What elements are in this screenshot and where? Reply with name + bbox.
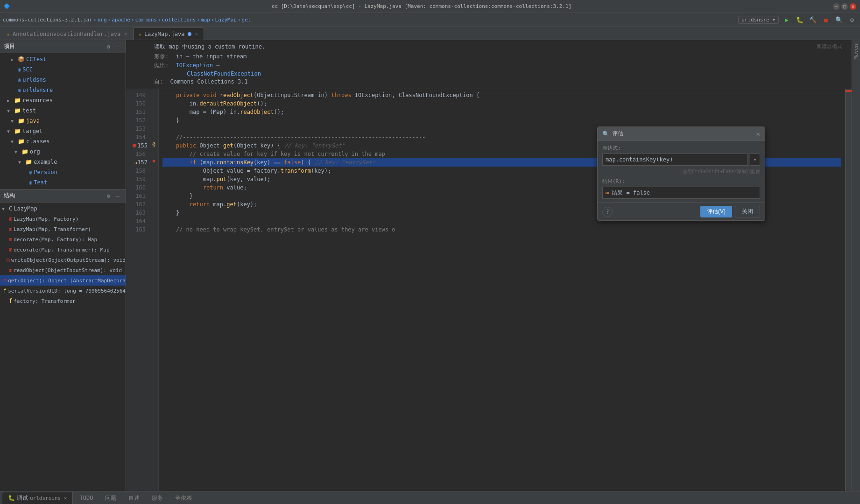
- problems-tab[interactable]: 问题: [99, 492, 122, 504]
- struct-lazymap[interactable]: ▼ C LazyMap: [0, 203, 126, 214]
- node-label: Persion: [34, 169, 57, 175]
- breadcrumb: commons-collections-3.2.1.jar › org › ap…: [3, 17, 251, 23]
- reader-mode-button[interactable]: 阅读器模式: [817, 43, 842, 50]
- line-153: 153: [126, 125, 149, 133]
- debug-tab[interactable]: 🐛 调试 urldsreins ✕: [2, 492, 73, 504]
- eval-expression-input[interactable]: [602, 154, 748, 166]
- structure-settings-button[interactable]: ⚙: [104, 192, 113, 200]
- project-tree[interactable]: ▶ 📦 CCTest ◉ SCC ◉ urldsns: [0, 53, 126, 189]
- arrow-icon: ▼: [2, 206, 7, 211]
- maven-panel[interactable]: Maven: [852, 40, 860, 491]
- tab-annotation[interactable]: ☕ AnnotationInvocationHandler.java ✕: [2, 28, 134, 40]
- tree-item-testclass[interactable]: ◉ Test: [0, 177, 126, 188]
- node-label: readObject(ObjectInputStream): void: [14, 267, 122, 273]
- eval-dropdown-button[interactable]: ▾: [750, 154, 760, 166]
- tab-annotation-label: AnnotationInvocationHandler.java: [13, 31, 120, 37]
- breadcrumb-lazymap[interactable]: LazyMap: [215, 17, 237, 23]
- node-label: target: [22, 128, 42, 134]
- node-label: writeObject(ObjectOutputStream): void: [11, 257, 126, 263]
- line-155: 155: [126, 141, 149, 150]
- tree-item-target[interactable]: ▼ 📁 target: [0, 126, 126, 136]
- node-label: urldsnsre: [22, 87, 53, 93]
- tree-item-classes[interactable]: ▼ 📁 classes: [0, 136, 126, 147]
- tree-item-urldsnsre[interactable]: ◉ urldsnsre: [0, 85, 126, 95]
- line-159: 159: [126, 175, 149, 183]
- struct-field-1[interactable]: f serialVersionUID: long = 7990956402564…: [0, 286, 126, 296]
- node-label: factory: Transformer: [14, 298, 75, 304]
- build-button[interactable]: 🔨: [808, 15, 818, 25]
- line-162: 162: [126, 200, 149, 209]
- tree-item-resources[interactable]: ▶ 📁 resources: [0, 95, 126, 105]
- run-dropdown[interactable]: urldsnsre ▾: [738, 16, 779, 24]
- eval-dialog-close-button[interactable]: ✕: [756, 130, 760, 138]
- throws-classnotfound[interactable]: ClassNotFoundException: [187, 70, 261, 77]
- readme-tab[interactable]: 自述: [123, 492, 145, 504]
- struct-method-2[interactable]: m LazyMap(Map, Transformer): [0, 224, 126, 234]
- tab-annotation-close[interactable]: ✕: [123, 30, 128, 37]
- tree-item-example[interactable]: ▼ 📁 example: [0, 157, 126, 167]
- breadcrumb-get[interactable]: get: [242, 17, 251, 23]
- struct-method-7[interactable]: m get(Object): Object [AbstractMapDecora…: [0, 275, 126, 286]
- result-text: 结果 = false: [612, 189, 650, 197]
- line-numbers: 149 150 151 152 153 154 155 156 →157 158…: [126, 89, 149, 491]
- eval-cancel-button[interactable]: 关闭: [735, 206, 760, 217]
- tree-item-test[interactable]: ▼ 📁 test: [0, 105, 126, 116]
- struct-method-3[interactable]: m decorate(Map, Factory): Map: [0, 234, 126, 245]
- run-button[interactable]: ▶: [782, 15, 792, 25]
- breadcrumb-commons[interactable]: commons: [135, 17, 157, 23]
- tree-item-persion[interactable]: ◉ Persion: [0, 167, 126, 177]
- search-button[interactable]: 🔍: [834, 15, 844, 25]
- doc-comment-area: 阅读器模式 读取 map 中using a custom routine. 形参…: [126, 40, 852, 89]
- structure-collapse-button[interactable]: −: [113, 192, 122, 200]
- project-settings-button[interactable]: ⚙: [104, 42, 113, 51]
- param-in: in – the input stream: [176, 53, 247, 60]
- breadcrumb-org[interactable]: org: [98, 17, 107, 23]
- eval-help-button[interactable]: ?: [602, 207, 613, 217]
- close-button[interactable]: ✕: [850, 3, 856, 10]
- maximize-button[interactable]: □: [841, 3, 848, 10]
- node-label: urldsns: [22, 77, 46, 83]
- tree-item-java[interactable]: ▼ 📁 java: [0, 116, 126, 126]
- minimize-button[interactable]: ─: [833, 3, 839, 10]
- tree-item-urldsns[interactable]: ◉ urldsns: [0, 75, 126, 85]
- breadcrumb-collections[interactable]: collections: [162, 17, 196, 23]
- project-collapse-button[interactable]: −: [113, 42, 122, 51]
- stop-button[interactable]: ■: [821, 15, 831, 25]
- param-label: 形参:: [154, 53, 169, 60]
- debug-button[interactable]: 🐛: [795, 15, 805, 25]
- arrow-icon: ▼: [7, 129, 13, 134]
- project-panel-header: 项目 ⚙ −: [0, 40, 126, 53]
- arrow-icon: ▼: [18, 160, 24, 165]
- node-label: CCTest: [26, 56, 46, 63]
- breadcrumb-jar[interactable]: commons-collections-3.2.1.jar: [3, 17, 92, 23]
- settings-button[interactable]: ⚙: [847, 15, 857, 25]
- struct-method-4[interactable]: m decorate(Map, Transformer): Map: [0, 245, 126, 255]
- node-label: LazyMap(Map, Factory): [14, 216, 78, 222]
- struct-field-2[interactable]: f factory: Transformer: [0, 296, 126, 306]
- tree-item-testre[interactable]: ◉ Testre: [0, 188, 126, 189]
- window-controls[interactable]: ─ □ ✕: [833, 3, 856, 10]
- tree-item-org[interactable]: ▼ 📁 org: [0, 147, 126, 157]
- alldeps-tab[interactable]: 全依赖: [169, 492, 197, 504]
- todo-tab[interactable]: TODO: [74, 492, 99, 504]
- struct-method-5[interactable]: m writeObject(ObjectOutputStream): void: [0, 255, 126, 265]
- struct-method-6[interactable]: m readObject(ObjectInputStream): void: [0, 265, 126, 275]
- breadcrumb-map[interactable]: map: [201, 17, 210, 23]
- tab-lazymap[interactable]: ☕ LazyMap.java ✕: [134, 28, 204, 40]
- eval-ok-button[interactable]: 评估(V): [700, 206, 732, 217]
- maven-label[interactable]: Maven: [853, 44, 859, 59]
- throws-ioexception[interactable]: IOException: [176, 62, 212, 69]
- structure-tree[interactable]: ▼ C LazyMap m LazyMap(Map, Factory) m La…: [0, 203, 126, 491]
- code-container: 阅读器模式 读取 map 中using a custom routine. 形参…: [126, 40, 852, 491]
- tab-lazymap-close[interactable]: ✕: [194, 30, 199, 37]
- struct-method-1[interactable]: m LazyMap(Map, Factory): [0, 214, 126, 224]
- tree-item-scc[interactable]: ◉ SCC: [0, 64, 126, 75]
- nav-bar: commons-collections-3.2.1.jar › org › ap…: [0, 13, 860, 27]
- error-marker[interactable]: [846, 90, 852, 92]
- tree-item-cctestjar[interactable]: ▶ 📦 CCTest: [0, 54, 126, 64]
- structure-panel: 结构 ⚙ − ▼ C LazyMap m LazyMap(Map, Factor…: [0, 189, 126, 491]
- doc-read-text: 读取 map 中using a custom routine.: [154, 43, 846, 51]
- services-tab[interactable]: 服务: [146, 492, 169, 504]
- breadcrumb-apache[interactable]: apache: [112, 17, 130, 23]
- annotation-gutter: @ ●: [149, 89, 159, 491]
